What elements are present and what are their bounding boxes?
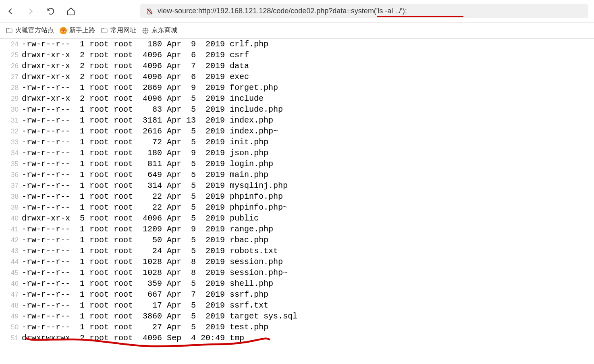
bookmark-item[interactable]: 火狐官方站点: [6, 26, 54, 35]
line-number: 44: [0, 256, 22, 267]
line-content[interactable]: -rw-r--r-- 1 root root 811 Apr 5 2019 lo…: [22, 158, 273, 169]
line-number: 51: [0, 333, 22, 343]
source-line: 43-rw-r--r-- 1 root root 24 Apr 5 2019 r…: [0, 245, 594, 256]
line-content[interactable]: drwxr-xr-x 2 root root 4096 Apr 7 2019 d…: [22, 60, 249, 71]
firefox-icon: 🦊: [60, 27, 67, 34]
line-number: 24: [0, 39, 22, 50]
source-line: 41-rw-r--r-- 1 root root 1209 Apr 9 2019…: [0, 224, 594, 235]
bookmark-label: 京东商城: [152, 26, 177, 35]
source-line: 45-rw-r--r-- 1 root root 1028 Apr 8 2019…: [0, 267, 594, 278]
line-number: 40: [0, 213, 22, 224]
line-number: 43: [0, 245, 22, 256]
line-content[interactable]: -rw-r--r-- 1 root root 1028 Apr 8 2019 s…: [22, 256, 283, 267]
line-number: 39: [0, 202, 22, 213]
line-number: 31: [0, 115, 22, 126]
browser-toolbar: view-source:http://192.168.121.128/code/…: [0, 0, 594, 23]
line-number: 38: [0, 191, 22, 202]
source-line: 28-rw-r--r-- 1 root root 2869 Apr 9 2019…: [0, 82, 594, 93]
url-bar[interactable]: view-source:http://192.168.121.128/code/…: [140, 4, 588, 18]
line-content[interactable]: drwxr-xr-x 2 root root 4096 Apr 6 2019 e…: [22, 71, 249, 82]
line-content[interactable]: -rw-r--r-- 1 root root 3860 Apr 5 2019 t…: [22, 311, 297, 322]
line-number: 25: [0, 50, 22, 60]
source-line: 42-rw-r--r-- 1 root root 50 Apr 5 2019 r…: [0, 235, 594, 245]
nav-buttons: [6, 6, 76, 16]
bookmark-label: 新手上路: [69, 26, 95, 35]
source-line: 47-rw-r--r-- 1 root root 667 Apr 7 2019 …: [0, 289, 594, 300]
line-number: 29: [0, 93, 22, 104]
source-line: 25drwxr-xr-x 2 root root 4096 Apr 6 2019…: [0, 50, 594, 60]
bookmarks-bar: 火狐官方站点🦊新手上路常用网址京东商城: [0, 23, 594, 39]
arrow-left-icon: [6, 7, 15, 16]
line-content[interactable]: -rw-r--r-- 1 root root 3181 Apr 13 2019 …: [22, 115, 273, 126]
line-content[interactable]: drwxrwxrwx 2 root root 4096 Sep 4 20:49 …: [22, 333, 244, 343]
line-content[interactable]: -rw-r--r-- 1 root root 667 Apr 7 2019 ss…: [22, 289, 268, 300]
forward-button[interactable]: [26, 6, 35, 16]
line-content[interactable]: -rw-r--r-- 1 root root 22 Apr 5 2019 php…: [22, 202, 288, 213]
reload-button[interactable]: [46, 6, 56, 16]
line-number: 30: [0, 104, 22, 115]
line-number: 36: [0, 169, 22, 180]
source-line: 44-rw-r--r-- 1 root root 1028 Apr 8 2019…: [0, 256, 594, 267]
line-content[interactable]: -rw-r--r-- 1 root root 180 Apr 9 2019 js…: [22, 148, 268, 158]
bookmark-label: 常用网址: [110, 26, 136, 35]
line-number: 42: [0, 235, 22, 245]
reload-icon: [46, 7, 55, 16]
home-button[interactable]: [66, 6, 76, 16]
globe-icon: [142, 27, 149, 34]
url-text[interactable]: view-source:http://192.168.121.128/code/…: [158, 7, 407, 15]
line-content[interactable]: -rw-r--r-- 1 root root 1209 Apr 9 2019 r…: [22, 224, 273, 235]
line-number: 37: [0, 180, 22, 191]
line-content[interactable]: -rw-r--r-- 1 root root 649 Apr 5 2019 ma…: [22, 169, 268, 180]
line-content[interactable]: -rw-r--r-- 1 root root 314 Apr 5 2019 my…: [22, 180, 288, 191]
line-number: 50: [0, 322, 22, 333]
source-line: 39-rw-r--r-- 1 root root 22 Apr 5 2019 p…: [0, 202, 594, 213]
folder-icon: [101, 27, 108, 34]
line-content[interactable]: -rw-r--r-- 1 root root 22 Apr 5 2019 php…: [22, 191, 283, 202]
source-line: 27drwxr-xr-x 2 root root 4096 Apr 6 2019…: [0, 71, 594, 82]
source-line: 30-rw-r--r-- 1 root root 83 Apr 5 2019 i…: [0, 104, 594, 115]
line-content[interactable]: -rw-r--r-- 1 root root 17 Apr 5 2019 ssr…: [22, 300, 268, 311]
line-number: 46: [0, 278, 22, 289]
bookmark-item[interactable]: 京东商城: [142, 26, 177, 35]
line-content[interactable]: -rw-r--r-- 1 root root 1028 Apr 8 2019 s…: [22, 267, 288, 278]
line-content[interactable]: -rw-r--r-- 1 root root 72 Apr 5 2019 ini…: [22, 137, 268, 148]
line-content[interactable]: drwxr-xr-x 5 root root 4096 Apr 5 2019 p…: [22, 213, 259, 224]
line-content[interactable]: drwxr-xr-x 2 root root 4096 Apr 5 2019 i…: [22, 93, 264, 104]
line-content[interactable]: -rw-r--r-- 1 root root 180 Apr 9 2019 cr…: [22, 39, 268, 50]
line-number: 32: [0, 126, 22, 137]
line-content[interactable]: -rw-r--r-- 1 root root 2616 Apr 5 2019 i…: [22, 126, 278, 137]
line-number: 45: [0, 267, 22, 278]
source-line: 36-rw-r--r-- 1 root root 649 Apr 5 2019 …: [0, 169, 594, 180]
back-button[interactable]: [6, 6, 15, 16]
line-number: 33: [0, 137, 22, 148]
insecure-lock-icon: [145, 7, 154, 15]
source-view: 24-rw-r--r-- 1 root root 180 Apr 9 2019 …: [0, 39, 594, 343]
line-content[interactable]: -rw-r--r-- 1 root root 83 Apr 5 2019 inc…: [22, 104, 283, 115]
line-content[interactable]: -rw-r--r-- 1 root root 2869 Apr 9 2019 f…: [22, 82, 278, 93]
source-line: 38-rw-r--r-- 1 root root 22 Apr 5 2019 p…: [0, 191, 594, 202]
line-content[interactable]: -rw-r--r-- 1 root root 50 Apr 5 2019 rba…: [22, 235, 268, 245]
line-number: 49: [0, 311, 22, 322]
bookmark-item[interactable]: 常用网址: [101, 26, 136, 35]
bookmark-label: 火狐官方站点: [15, 26, 54, 35]
line-number: 48: [0, 300, 22, 311]
bookmark-item[interactable]: 🦊新手上路: [60, 26, 95, 35]
source-line: 24-rw-r--r-- 1 root root 180 Apr 9 2019 …: [0, 39, 594, 50]
line-content[interactable]: -rw-r--r-- 1 root root 27 Apr 5 2019 tes…: [22, 322, 268, 333]
line-content[interactable]: -rw-r--r-- 1 root root 359 Apr 5 2019 sh…: [22, 278, 273, 289]
source-line: 33-rw-r--r-- 1 root root 72 Apr 5 2019 i…: [0, 137, 594, 148]
line-number: 26: [0, 60, 22, 71]
source-line: 50-rw-r--r-- 1 root root 27 Apr 5 2019 t…: [0, 322, 594, 333]
source-line: 49-rw-r--r-- 1 root root 3860 Apr 5 2019…: [0, 311, 594, 322]
arrow-right-icon: [26, 7, 35, 16]
url-underline-annotation: [377, 15, 463, 19]
source-line: 40drwxr-xr-x 5 root root 4096 Apr 5 2019…: [0, 213, 594, 224]
source-line: 31-rw-r--r-- 1 root root 3181 Apr 13 201…: [0, 115, 594, 126]
line-content[interactable]: -rw-r--r-- 1 root root 24 Apr 5 2019 rob…: [22, 245, 278, 256]
line-number: 35: [0, 158, 22, 169]
source-line: 26drwxr-xr-x 2 root root 4096 Apr 7 2019…: [0, 60, 594, 71]
line-number: 41: [0, 224, 22, 235]
line-content[interactable]: drwxr-xr-x 2 root root 4096 Apr 6 2019 c…: [22, 50, 249, 60]
source-line: 46-rw-r--r-- 1 root root 359 Apr 5 2019 …: [0, 278, 594, 289]
line-number: 28: [0, 82, 22, 93]
